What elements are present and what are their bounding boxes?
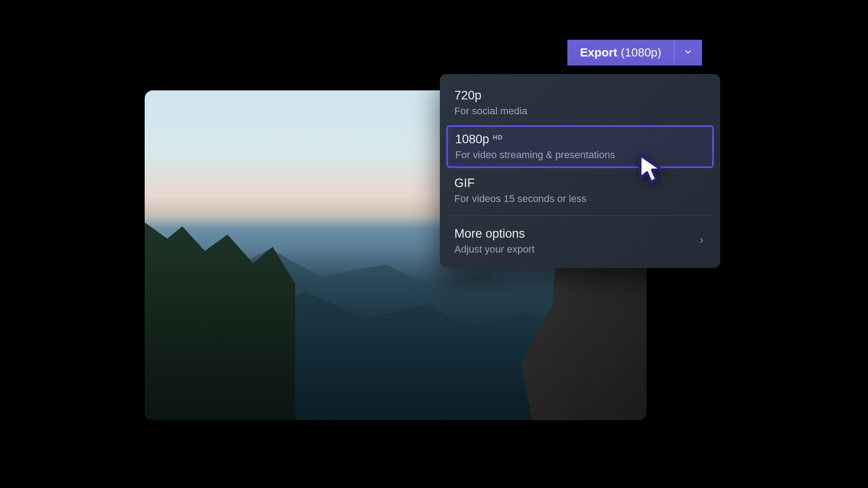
export-option-title: GIF	[454, 176, 475, 190]
export-option-subtitle: For videos 15 seconds or less	[454, 193, 706, 205]
chevron-down-icon	[684, 47, 693, 58]
divider	[448, 216, 712, 216]
hd-badge: HD	[493, 134, 503, 141]
export-option-gif[interactable]: GIF For videos 15 seconds or less	[446, 170, 714, 211]
export-dropdown-toggle[interactable]	[674, 40, 702, 66]
export-option-720p[interactable]: 720p For social media	[446, 82, 714, 123]
export-button[interactable]: Export (1080p)	[567, 40, 674, 66]
export-more-options[interactable]: More options Adjust your export	[446, 221, 714, 260]
more-options-title: More options	[454, 227, 534, 241]
export-button-detail: (1080p)	[621, 46, 661, 60]
export-option-1080p[interactable]: 1080p HD For video streaming & presentat…	[446, 125, 714, 168]
export-options-dropdown: 720p For social media 1080p HD For video…	[440, 74, 720, 268]
export-option-title: 720p	[454, 89, 481, 103]
export-option-subtitle: For social media	[454, 105, 706, 117]
more-options-subtitle: Adjust your export	[454, 244, 534, 255]
export-option-title: 1080p	[455, 132, 489, 146]
chevron-right-icon	[698, 236, 706, 246]
export-button-group: Export (1080p)	[567, 40, 702, 66]
export-button-label: Export	[580, 46, 617, 60]
export-option-subtitle: For video streaming & presentations	[455, 149, 705, 161]
